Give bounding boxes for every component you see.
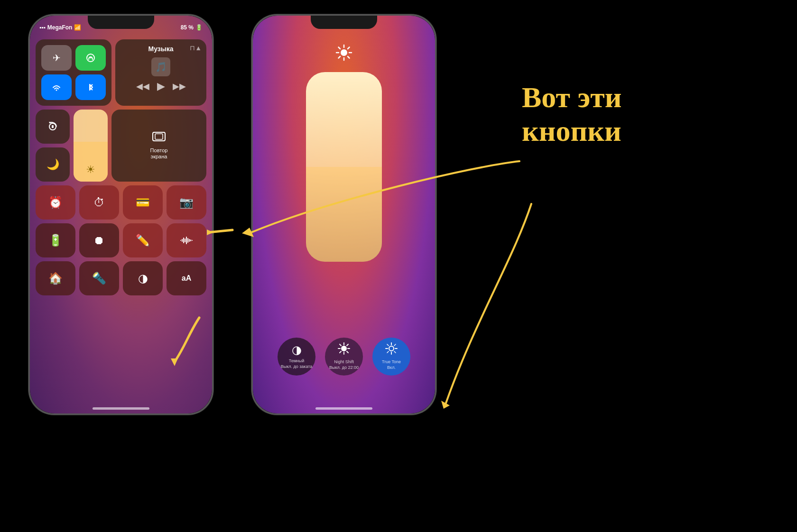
svg-rect-11 <box>182 239 183 242</box>
svg-rect-17 <box>190 239 191 241</box>
cellular-btn[interactable] <box>75 45 106 71</box>
phone2-volume-down-btn[interactable] <box>251 122 253 151</box>
brightness-expanded-panel <box>304 44 384 262</box>
phone1-screen: ▪▪▪ MegaFon 📶 85 % 🔋 ✈ <box>30 16 212 413</box>
svg-line-33 <box>340 344 341 346</box>
power-button[interactable] <box>212 73 213 106</box>
airplay-icon[interactable]: ⊓▲ <box>190 44 202 52</box>
phone2-notch <box>311 16 377 29</box>
brightness-slider[interactable]: ☀ <box>74 110 108 182</box>
night-shift-label: Night ShiftВыкл. до 22:00 <box>329 359 359 370</box>
svg-point-2 <box>56 90 57 91</box>
svg-line-24 <box>339 47 341 49</box>
phone2-screen: ◑ ТемныйВыкл. до заката <box>253 16 435 413</box>
svg-rect-10 <box>180 240 181 241</box>
airplane-mode-btn[interactable]: ✈ <box>41 45 72 71</box>
battery-label: 85 % <box>181 24 194 31</box>
dark-mode-btn[interactable]: ◑ <box>123 261 163 295</box>
clock-btn[interactable]: ⏰ <box>36 185 75 220</box>
night-shift-ctrl-btn[interactable]: Night ShiftВыкл. до 22:00 <box>325 338 363 376</box>
battery-icon: 🔋 <box>195 24 203 31</box>
phone1-notch <box>88 16 154 29</box>
volume-up-btn[interactable] <box>28 87 30 115</box>
dark-mode-ctrl-icon: ◑ <box>292 343 302 357</box>
markup-btn[interactable]: ✏️ <box>123 223 163 257</box>
annotation-line1: Вот эти <box>522 81 621 113</box>
svg-rect-16 <box>189 239 190 242</box>
svg-line-27 <box>339 56 341 58</box>
svg-line-26 <box>348 47 350 49</box>
phone2-power-button[interactable] <box>435 73 436 106</box>
screen-mirror-btn[interactable]: Повторэкрана <box>111 110 206 182</box>
cc-top-row: ✈ ⊓▲ Музыка 🎵 <box>36 39 206 106</box>
phone2-home-indicator <box>315 407 372 410</box>
brightness-fill <box>306 167 382 262</box>
connectivity-panel: ✈ <box>36 39 111 106</box>
screen-mirror-label: Повторэкрана <box>150 147 168 160</box>
carrier-label: MegaFon <box>47 24 73 31</box>
play-btn[interactable]: ▶ <box>157 80 165 92</box>
cc-middle-row: 🌙 ☀ Повторэкрана <box>36 110 206 182</box>
svg-rect-7 <box>52 125 54 128</box>
svg-line-35 <box>347 344 348 346</box>
wallet-btn[interactable]: 💳 <box>123 185 163 220</box>
home-btn[interactable]: 🏠 <box>36 261 75 295</box>
screen-record-btn[interactable]: ⏺ <box>79 223 119 257</box>
status-left: ▪▪▪ MegaFon 📶 <box>39 24 81 31</box>
silent-switch[interactable] <box>28 63 30 80</box>
true-tone-ctrl-btn[interactable]: True ToneВкл. <box>372 338 410 376</box>
flashlight-btn[interactable]: 🔦 <box>79 261 119 295</box>
svg-rect-15 <box>187 238 188 243</box>
svg-rect-12 <box>183 238 184 243</box>
cc-row3: 🔋 ⏺ ✏️ <box>36 223 206 257</box>
phone1-frame: ▪▪▪ MegaFon 📶 85 % 🔋 ✈ <box>28 14 213 415</box>
prev-btn[interactable]: ◀◀ <box>136 81 149 92</box>
music-album-icon: 🎵 <box>121 57 201 76</box>
voice-memos-btn[interactable] <box>167 223 206 257</box>
phone2-volume-up-btn[interactable] <box>251 87 253 115</box>
svg-point-37 <box>389 346 394 351</box>
svg-line-34 <box>347 351 348 353</box>
control-center: ✈ ⊓▲ Музыка 🎵 <box>36 39 206 399</box>
true-tone-icon <box>385 342 398 358</box>
annotation-line2: кнопки <box>522 115 621 147</box>
next-btn[interactable]: ▶▶ <box>173 81 186 92</box>
battery-widget-btn[interactable]: 🔋 <box>36 223 75 257</box>
phone2-silent-switch[interactable] <box>251 63 253 80</box>
brightness-icon: ☀ <box>86 164 95 176</box>
camera-btn[interactable]: 📷 <box>167 185 206 220</box>
dark-mode-ctrl-btn[interactable]: ◑ ТемныйВыкл. до заката <box>278 338 315 376</box>
bluetooth-btn[interactable] <box>75 74 106 100</box>
phone1-home-indicator <box>93 407 149 410</box>
cc-row2: ⏰ ⏱ 💳 📷 <box>36 185 206 220</box>
small-btns: 🌙 <box>36 110 70 182</box>
rotation-lock-btn[interactable] <box>36 110 70 144</box>
svg-rect-14 <box>186 237 187 244</box>
svg-line-42 <box>387 344 389 346</box>
true-tone-label: True ToneВкл. <box>382 359 401 370</box>
svg-rect-9 <box>155 134 163 139</box>
music-panel: ⊓▲ Музыка 🎵 ◀◀ ▶ ▶▶ <box>115 39 206 106</box>
svg-rect-13 <box>185 238 185 242</box>
svg-line-45 <box>387 351 389 353</box>
svg-marker-48 <box>441 401 450 409</box>
phone2-frame: ◑ ТемныйВыкл. до заката <box>251 14 436 415</box>
do-not-disturb-btn[interactable]: 🌙 <box>36 147 70 182</box>
wifi-btn[interactable] <box>41 74 72 100</box>
status-right: 85 % 🔋 <box>181 24 203 31</box>
brightness-big-slider[interactable] <box>306 72 382 262</box>
signal-icon: ▪▪▪ <box>39 24 46 31</box>
svg-point-1 <box>90 56 92 58</box>
stopwatch-btn[interactable]: ⏱ <box>79 185 119 220</box>
annotation-text: Вот эти кнопки <box>522 81 621 148</box>
svg-line-44 <box>394 344 396 346</box>
dark-mode-label: ТемныйВыкл. до заката <box>281 358 313 369</box>
text-size-btn[interactable]: aA <box>167 261 206 295</box>
wifi-icon: 📶 <box>74 24 81 31</box>
cc-row4: 🏠 🔦 ◑ aA <box>36 261 206 295</box>
svg-line-25 <box>348 56 350 58</box>
screen-mirror-icon <box>152 131 166 146</box>
svg-point-28 <box>341 346 347 351</box>
volume-down-btn[interactable] <box>28 122 30 151</box>
music-title: Музыка <box>121 45 201 53</box>
